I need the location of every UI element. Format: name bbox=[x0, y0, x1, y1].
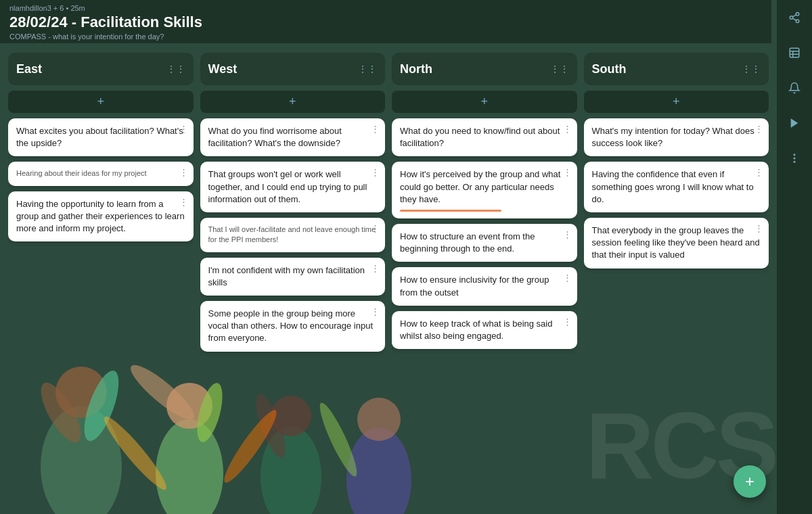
north-card-4-text: How to keep track of what is being said … bbox=[400, 318, 569, 342]
east-prompt-card: ⋮ What excites you about facilitation? W… bbox=[8, 118, 194, 156]
south-card-1: ⋮ Having the confidence that even if som… bbox=[584, 162, 769, 212]
svg-line-4 bbox=[792, 15, 796, 17]
west-prompt-card: ⋮ What do you find worrisome about facil… bbox=[200, 118, 386, 156]
north-prompt-card: ⋮ What do you need to know/find out abou… bbox=[392, 118, 577, 156]
west-column-header: West ⋮⋮ bbox=[200, 53, 386, 85]
west-card-2-menu[interactable]: ⋮ bbox=[371, 223, 380, 233]
column-east: East ⋮⋮ + ⋮ What excites you about facil… bbox=[8, 53, 194, 507]
west-card-3: ⋮ I'm not confident with my own facilita… bbox=[200, 258, 386, 296]
north-card-1: ⋮ How it's perceived by the group and wh… bbox=[392, 162, 577, 218]
east-cards: ⋮ What excites you about facilitation? W… bbox=[8, 118, 194, 507]
east-prompt-menu[interactable]: ⋮ bbox=[179, 124, 188, 134]
north-card-2-text: How to structure an event from the begin… bbox=[400, 231, 569, 255]
east-prompt-text: What excites you about facilitation? Wha… bbox=[16, 125, 185, 149]
north-card-3: ⋮ How to ensure inclusivity for the grou… bbox=[392, 267, 577, 305]
north-menu-icon[interactable]: ⋮⋮ bbox=[550, 64, 569, 74]
fab-button[interactable]: + bbox=[734, 465, 766, 498]
header-title: 28/02/24 - Facilitation Skills bbox=[9, 14, 762, 31]
east-menu-icon[interactable]: ⋮⋮ bbox=[166, 64, 185, 74]
header: nlamhdillon3 + 6 • 25m 28/02/24 - Facili… bbox=[0, 0, 771, 43]
svg-point-12 bbox=[794, 161, 796, 163]
north-title: North bbox=[400, 62, 432, 76]
west-card-4-menu[interactable]: ⋮ bbox=[371, 306, 380, 317]
east-column-header: East ⋮⋮ bbox=[8, 53, 194, 85]
west-add-button[interactable]: + bbox=[200, 91, 386, 113]
bell-icon[interactable] bbox=[782, 76, 807, 100]
south-cards: ⋮ What's my intention for today? What do… bbox=[584, 118, 769, 507]
header-subtitle: COMPASS - what is your intention for the… bbox=[9, 32, 762, 41]
west-card-4-text: Some people in the group being more voca… bbox=[208, 308, 378, 345]
play-icon[interactable] bbox=[782, 111, 807, 135]
west-card-3-menu[interactable]: ⋮ bbox=[371, 263, 380, 273]
west-prompt-menu[interactable]: ⋮ bbox=[371, 124, 380, 134]
column-north: North ⋮⋮ + ⋮ What do you need to know/fi… bbox=[392, 53, 577, 507]
north-cards: ⋮ What do you need to know/find out abou… bbox=[392, 118, 577, 507]
svg-point-2 bbox=[796, 20, 799, 23]
north-card-4: ⋮ How to keep track of what is being sai… bbox=[392, 311, 577, 349]
north-add-button[interactable]: + bbox=[392, 91, 577, 113]
svg-rect-5 bbox=[790, 48, 799, 57]
svg-marker-9 bbox=[791, 118, 798, 128]
svg-point-0 bbox=[796, 13, 799, 16]
east-title: East bbox=[16, 62, 42, 76]
south-column-header: South ⋮⋮ bbox=[584, 53, 769, 85]
column-south: South ⋮⋮ + ⋮ What's my intention for tod… bbox=[584, 53, 769, 507]
north-card-4-menu[interactable]: ⋮ bbox=[563, 317, 572, 327]
north-column-header: North ⋮⋮ bbox=[392, 53, 577, 85]
header-meta: nlamhdillon3 + 6 • 25m bbox=[9, 4, 762, 12]
west-card-3-text: I'm not confident with my own facilitati… bbox=[208, 264, 378, 289]
south-prompt-text: What's my intention for today? What does… bbox=[592, 125, 761, 149]
svg-point-11 bbox=[794, 158, 796, 160]
west-card-2-text: That I will over-facilitate and not leav… bbox=[208, 225, 378, 246]
north-card-2-menu[interactable]: ⋮ bbox=[563, 229, 572, 239]
south-prompt-menu[interactable]: ⋮ bbox=[754, 124, 763, 134]
south-card-2: ⋮ That everybody in the group leaves the… bbox=[584, 218, 769, 268]
svg-line-3 bbox=[792, 18, 796, 20]
column-west: West ⋮⋮ + ⋮ What do you find worrisome a… bbox=[200, 53, 386, 507]
west-card-1-text: That groups won't gel or work well toget… bbox=[208, 168, 378, 206]
right-sidebar bbox=[777, 0, 812, 514]
north-card-2: ⋮ How to structure an event from the beg… bbox=[392, 224, 577, 262]
south-prompt-card: ⋮ What's my intention for today? What do… bbox=[584, 118, 769, 156]
east-card-1: ⋮ Hearing about their ideas for my proje… bbox=[8, 162, 194, 185]
west-cards: ⋮ What do you find worrisome about facil… bbox=[200, 118, 386, 507]
share-icon[interactable] bbox=[782, 5, 807, 30]
west-card-1: ⋮ That groups won't gel or work well tog… bbox=[200, 162, 386, 212]
north-card-1-text: How it's perceived by the group and what… bbox=[400, 168, 569, 206]
north-card-3-menu[interactable]: ⋮ bbox=[563, 273, 572, 283]
svg-point-1 bbox=[790, 16, 793, 20]
south-card-1-menu[interactable]: ⋮ bbox=[754, 167, 763, 177]
svg-point-10 bbox=[794, 154, 796, 156]
more-icon[interactable] bbox=[782, 146, 807, 170]
east-add-button[interactable]: + bbox=[8, 91, 194, 113]
north-card-1-menu[interactable]: ⋮ bbox=[563, 167, 572, 177]
east-card-2: ⋮ Having the opportunity to learn from a… bbox=[8, 191, 194, 242]
west-menu-icon[interactable]: ⋮⋮ bbox=[358, 64, 377, 74]
south-add-button[interactable]: + bbox=[584, 91, 769, 113]
west-card-2: ⋮ That I will over-facilitate and not le… bbox=[200, 218, 386, 252]
north-card-1-underline bbox=[400, 210, 501, 212]
south-menu-icon[interactable]: ⋮⋮ bbox=[742, 64, 761, 74]
west-prompt-text: What do you find worrisome about facilit… bbox=[208, 125, 378, 149]
west-title: West bbox=[208, 62, 238, 76]
south-card-2-menu[interactable]: ⋮ bbox=[754, 223, 763, 233]
north-prompt-text: What do you need to know/find out about … bbox=[400, 125, 569, 149]
layout-icon[interactable] bbox=[782, 41, 807, 65]
east-card-1-text: Hearing about their ideas for my project bbox=[16, 168, 185, 179]
south-card-1-text: Having the confidence that even if somet… bbox=[592, 168, 761, 206]
west-card-4: ⋮ Some people in the group being more vo… bbox=[200, 301, 386, 352]
south-card-2-text: That everybody in the group leaves the s… bbox=[592, 225, 761, 262]
north-prompt-menu[interactable]: ⋮ bbox=[563, 124, 572, 134]
east-card-1-menu[interactable]: ⋮ bbox=[179, 167, 188, 177]
north-card-3-text: How to ensure inclusivity for the group … bbox=[400, 274, 569, 298]
west-card-1-menu[interactable]: ⋮ bbox=[371, 167, 380, 177]
east-card-2-text: Having the opportunity to learn from a g… bbox=[16, 198, 185, 235]
board: East ⋮⋮ + ⋮ What excites you about facil… bbox=[0, 46, 777, 514]
east-card-2-menu[interactable]: ⋮ bbox=[179, 197, 188, 207]
south-title: South bbox=[592, 62, 627, 76]
